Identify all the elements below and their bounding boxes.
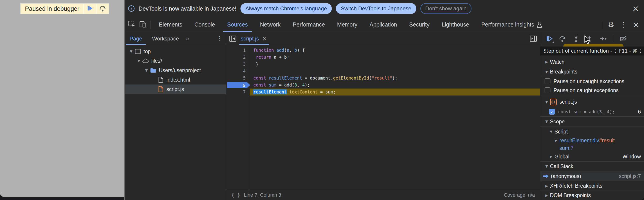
tabbar-right-separator xyxy=(602,21,602,29)
file-tree: ▼ top ▼ file:// ▼ xyxy=(124,45,226,94)
scope-var-resultelement[interactable]: ▶ resultElement: div#result xyxy=(540,137,644,144)
step-over-button[interactable] xyxy=(559,35,566,42)
code-text[interactable]: const sum = add(3, 4); xyxy=(250,82,540,89)
deactivate-breakpoints-button[interactable] xyxy=(620,35,627,42)
tab-elements[interactable]: Elements xyxy=(153,17,188,32)
code-text[interactable]: } xyxy=(250,61,540,68)
frame-icon xyxy=(134,48,141,55)
tab-sources[interactable]: Sources xyxy=(221,17,254,32)
var-name: resultElement xyxy=(560,138,591,144)
tab-performance-insights[interactable]: Performance insights xyxy=(475,17,548,32)
breakpoint-entry[interactable]: ✓ const sum = add(3, 4); 6 xyxy=(540,107,644,116)
tab-network[interactable]: Network xyxy=(254,17,287,32)
call-stack-frame[interactable]: (anonymous) script.js:7 xyxy=(540,171,644,181)
pause-caught-checkbox[interactable] xyxy=(544,87,550,93)
dom-breakpoints-section-header[interactable]: ▶ DOM Breakpoints xyxy=(540,191,644,200)
more-options-kebab-icon[interactable]: ⋮ xyxy=(620,21,627,28)
tab-performance[interactable]: Performance xyxy=(286,17,331,32)
info-icon: i xyxy=(128,5,134,12)
xhr-breakpoints-label: XHR/fetch Breakpoints xyxy=(550,183,602,189)
watch-section-header[interactable]: ▶ Watch xyxy=(540,57,644,67)
breakpoint-file-group[interactable]: ▼ script.js xyxy=(540,97,644,107)
inspect-element-icon[interactable] xyxy=(128,20,136,29)
code-text[interactable]: function add(a, b) { xyxy=(250,47,540,54)
step-into-button[interactable] xyxy=(572,35,580,42)
navigator-kebab-icon[interactable]: ⋮ xyxy=(216,35,223,42)
tree-item-label: script.js xyxy=(166,86,184,92)
line-number-2[interactable]: 2 xyxy=(226,54,250,61)
dom-breakpoints-label: DOM Breakpoints xyxy=(550,192,591,199)
tree-item-index-html[interactable]: index.html xyxy=(124,75,226,84)
code-text[interactable]: return a + b; xyxy=(250,54,540,61)
paused-in-debugger-banner: Paused in debugger xyxy=(21,3,109,14)
tree-item-file-protocol[interactable]: ▼ file:// xyxy=(124,56,226,66)
tab-security[interactable]: Security xyxy=(403,17,436,32)
tree-item-project-folder[interactable]: ▼ Users/user/project xyxy=(124,66,226,75)
frame-name: (anonymous) xyxy=(551,173,581,179)
line-number-4[interactable]: 4 xyxy=(226,68,250,75)
pause-uncaught-checkbox[interactable] xyxy=(544,78,550,84)
resume-script-button[interactable] xyxy=(84,4,96,14)
breakpoints-section-header[interactable]: ▼ Breakpoints xyxy=(540,67,644,77)
step-over-button[interactable] xyxy=(96,4,109,14)
scope-script-group[interactable]: ▼ Script xyxy=(540,127,644,137)
line-number-3[interactable]: 3 xyxy=(226,61,250,68)
tab-lighthouse[interactable]: Lighthouse xyxy=(436,17,475,32)
code-text[interactable]: resultElement.textContent = sum; xyxy=(250,89,540,95)
xhr-breakpoints-section-header[interactable]: ▶ XHR/fetch Breakpoints xyxy=(540,181,644,191)
tab-workspace[interactable]: Workspace xyxy=(147,32,184,45)
caret-down-icon: ▼ xyxy=(543,120,550,124)
resume-script-execution-button[interactable] xyxy=(546,35,553,42)
breakpoint-badge[interactable]: 6 xyxy=(227,82,250,88)
caret-down-icon: ▼ xyxy=(543,164,550,168)
scope-var-sum[interactable]: sum: 7 xyxy=(540,144,644,152)
code-line-1: 1function add(a, b) { xyxy=(226,47,540,54)
caret-right-icon: ▶ xyxy=(543,184,550,188)
always-match-language-button[interactable]: Always match Chrome's language xyxy=(240,3,332,14)
more-tabs-chevron-icon[interactable]: » xyxy=(184,35,191,42)
tree-item-label: top xyxy=(144,48,151,55)
code-line-5: 5const resultElement = document.getEleme… xyxy=(226,75,540,82)
breakpoint-enabled-checkbox[interactable]: ✓ xyxy=(549,109,555,115)
editor-tab-close-icon[interactable]: × xyxy=(262,36,267,41)
dont-show-again-button[interactable]: Don't show again xyxy=(420,3,472,14)
notification-bar: i DevTools is now available in Japanese!… xyxy=(124,0,644,17)
var-name: sum xyxy=(560,145,569,151)
tab-console[interactable]: Console xyxy=(188,17,221,32)
line-number-1[interactable]: 1 xyxy=(226,47,250,54)
line-number-7[interactable]: 7 xyxy=(226,89,250,95)
line-number-5[interactable]: 5 xyxy=(226,75,250,82)
breakpoint-file-label: script.js xyxy=(560,99,577,105)
scope-global-group[interactable]: ▶ Global Window xyxy=(540,152,644,161)
devtools-close-icon[interactable]: × xyxy=(633,21,640,29)
tree-item-top[interactable]: ▼ top xyxy=(124,47,226,56)
step-button[interactable] xyxy=(600,35,607,42)
tree-item-script-js[interactable]: script.js xyxy=(124,84,226,94)
switch-devtools-japanese-button[interactable]: Switch DevTools to Japanese xyxy=(336,3,416,14)
notification-close-icon[interactable]: × xyxy=(632,4,639,12)
tab-application[interactable]: Application xyxy=(364,17,403,32)
tab-memory[interactable]: Memory xyxy=(331,17,363,32)
code-line-2: 2 return a + b; xyxy=(226,54,540,61)
resume-icon xyxy=(86,5,93,12)
tab-label: Lighthouse xyxy=(442,21,469,28)
line-number-6[interactable]: 6 xyxy=(226,82,250,89)
settings-gear-icon[interactable]: ⚙ xyxy=(608,20,614,29)
editor-tab-script-js[interactable]: script.js × xyxy=(239,32,271,45)
code-text[interactable] xyxy=(250,68,540,75)
mouse-cursor-icon xyxy=(584,35,591,45)
debugger-sidebar: ▶ Watch ▼ Breakpoints Pause on uncaught … xyxy=(540,32,644,200)
device-toolbar-icon[interactable] xyxy=(139,20,147,29)
code-text[interactable]: const resultElement = document.getElemen… xyxy=(250,75,540,82)
tab-page[interactable]: Page xyxy=(124,32,147,45)
editor-tabbar: script.js × xyxy=(226,32,540,45)
scope-section-header[interactable]: ▼ Scope xyxy=(540,116,644,127)
call-stack-section-header[interactable]: ▼ Call Stack xyxy=(540,161,644,171)
pause-uncaught-row: Pause on uncaught exceptions xyxy=(540,77,644,86)
code-line-7: 7resultElement.textContent = sum; xyxy=(226,89,540,95)
page-background: Paused in debugger xyxy=(0,0,124,197)
pretty-print-icon[interactable]: { } xyxy=(231,192,240,198)
collapse-debugger-sidebar-icon[interactable] xyxy=(530,35,537,42)
tree-item-label: index.html xyxy=(166,77,190,83)
collapse-navigator-icon[interactable] xyxy=(229,35,237,42)
